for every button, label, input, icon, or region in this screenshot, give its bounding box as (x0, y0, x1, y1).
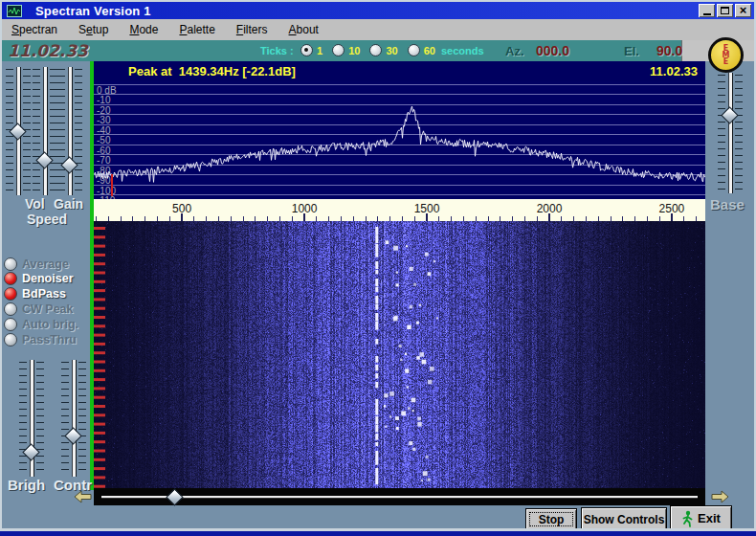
led-indicator-icon (4, 302, 17, 316)
frequency-major-tick (426, 213, 428, 221)
close-icon: × (740, 5, 747, 16)
exit-button[interactable]: Exit (670, 505, 732, 531)
led-indicator-icon (4, 272, 17, 285)
frequency-major-tick (548, 213, 550, 221)
ticks-label: Ticks : (260, 45, 294, 56)
toggle-cw-peak[interactable]: CW Peak (4, 302, 74, 316)
ticks-radio-10[interactable] (332, 44, 345, 56)
ticks-radio-label: 1 (317, 45, 322, 56)
status-toolbar: 11.02.33 Ticks : 1103060 seconds Az. 000… (2, 40, 681, 61)
minimize-icon (703, 13, 711, 15)
gain-slider[interactable] (57, 67, 82, 195)
running-man-icon (681, 510, 694, 527)
maximize-icon (721, 7, 729, 14)
frequency-major-tick (181, 213, 183, 221)
app-icon (7, 5, 22, 17)
toggle-passthru[interactable]: PassThru (4, 332, 77, 346)
toggle-label: PassThru (22, 333, 77, 346)
toggle-label: Auto brig. (22, 318, 78, 331)
ticks-radio-30[interactable] (369, 44, 382, 56)
toggle-bdpass[interactable]: BdPass (4, 287, 66, 302)
led-indicator-icon (4, 318, 17, 331)
toggle-denoiser[interactable]: Denoiser (4, 272, 74, 286)
frequency-major-tick (671, 213, 673, 221)
title-bar: Spectran Version 1 × (2, 2, 754, 19)
azimuth-value: 000.0 (536, 43, 569, 58)
window-border-left (0, 0, 2, 536)
spectrum-plot: 0 dB-10-20-30-40-50-60-70-80-90-100-110 (94, 81, 705, 199)
azimuth-label: Az. (505, 44, 524, 58)
spectran-window: Spectran Version 1 × SpectranSetupModePa… (0, 0, 756, 536)
led-indicator-icon (4, 333, 17, 346)
base-slider[interactable] (718, 73, 743, 193)
menu-item-mode[interactable]: Mode (125, 21, 162, 38)
brightness-label: Brigh (8, 477, 45, 493)
speed-slider[interactable] (33, 67, 57, 195)
frequency-axis: 5001000150020002500 (94, 199, 705, 221)
toggle-label: BdPass (22, 287, 66, 301)
ticks-radio-60[interactable] (408, 44, 420, 56)
toggle-average[interactable]: Average (4, 257, 69, 271)
gain-label: Gain (54, 196, 83, 212)
toggle-auto-brig-[interactable]: Auto brig. (4, 317, 78, 331)
vol-label: Vol (25, 196, 45, 212)
stop-button[interactable]: Stop (525, 508, 577, 530)
toggle-label: CW Peak (22, 302, 74, 316)
waterfall-display (94, 221, 705, 488)
frequency-scrollbar[interactable] (94, 488, 705, 505)
scroll-left-arrow-icon[interactable] (74, 489, 93, 504)
scroll-right-arrow-icon[interactable] (710, 489, 729, 504)
ticks-unit-label: seconds (441, 45, 484, 56)
toggle-label: Denoiser (22, 272, 74, 285)
contrast-slider[interactable] (61, 360, 86, 477)
spectrum-header: Peak at 1439.34Hz [-22.1dB] 11.02.33 (94, 61, 705, 81)
elevation-value: 90.0 (656, 43, 682, 58)
frequency-major-tick (303, 213, 305, 221)
ticks-radio-label: 10 (348, 45, 360, 56)
vol-slider[interactable] (6, 67, 31, 195)
ticks-radio-label: 30 (386, 45, 397, 56)
menu-item-setup[interactable]: Setup (75, 21, 112, 38)
scrollbar-thumb[interactable] (166, 488, 183, 505)
show-controls-button-label: Show Controls (584, 513, 665, 526)
close-button[interactable]: × (735, 4, 751, 17)
toggle-label: Average (22, 257, 69, 271)
menu-bar: SpectranSetupModePaletteFiltersAbout (2, 19, 754, 40)
ticks-radio-1[interactable] (300, 44, 313, 56)
menu-item-palette[interactable]: Palette (175, 21, 218, 38)
window-title: Spectran Version 1 (35, 4, 151, 18)
speed-label: Speed (27, 212, 67, 227)
minimize-button[interactable] (699, 4, 715, 17)
window-border-top (0, 0, 756, 2)
brightness-slider[interactable] (19, 360, 44, 477)
scrollbar-track (101, 496, 698, 498)
eme-logo: EME (708, 37, 744, 73)
exit-button-label: Exit (698, 511, 721, 525)
stop-button-label: Stop (539, 513, 565, 526)
elevation-label: El. (624, 44, 639, 58)
base-label: Base (710, 196, 745, 212)
menu-item-about[interactable]: About (285, 21, 322, 38)
maximize-button[interactable] (717, 4, 733, 17)
peak-readout: Peak at 1439.34Hz [-22.1dB] (128, 64, 296, 78)
header-clock: 11.02.33 (650, 64, 698, 78)
window-controls: × (697, 4, 751, 17)
spectrum-trace-canvas (94, 81, 705, 199)
clock-display: 11.02.33 (8, 41, 88, 60)
ticks-radio-group: 1103060 (300, 44, 445, 56)
led-indicator-icon (4, 287, 17, 301)
led-indicator-icon (4, 257, 17, 271)
menu-item-spectran[interactable]: Spectran (8, 21, 61, 38)
window-border-bottom (0, 531, 756, 536)
menu-item-filters[interactable]: Filters (233, 21, 272, 38)
ticks-radio-label: 60 (424, 45, 435, 56)
